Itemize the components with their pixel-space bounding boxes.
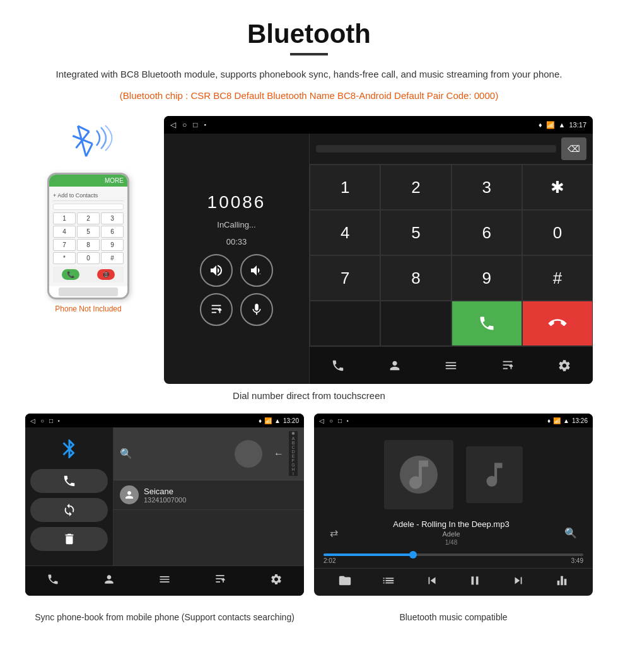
music-list-btn[interactable] — [382, 574, 395, 591]
call-end-btn[interactable] — [522, 301, 593, 346]
phone-key-8: 8 — [77, 239, 100, 251]
phonebook-caption-text: Sync phone-book from mobile phone (Suppo… — [25, 611, 304, 624]
alpha-c: C — [291, 445, 294, 449]
music-recents-icon: □ — [338, 417, 342, 424]
bottom-row: ◁ ○ □ ▪ ♦ 📶 ▲ 13:20 — [25, 414, 593, 596]
nav-calls-btn[interactable] — [326, 356, 350, 375]
phone-mockup: MORE + Add to Contacts 1 2 3 4 5 6 7 — [47, 173, 129, 299]
dial-timer: 00:33 — [226, 237, 247, 246]
dial-nav-bottom — [310, 346, 593, 384]
phone-key-4: 4 — [53, 226, 76, 238]
vol-down-btn[interactable]: - — [240, 254, 273, 287]
key-1[interactable]: 1 — [310, 165, 380, 210]
pb-nav-contacts[interactable] — [96, 571, 122, 591]
mic-btn[interactable] — [240, 293, 273, 326]
pb-time: 13:20 — [283, 417, 299, 424]
music-progress-area: 2:02 3:49 — [314, 550, 593, 568]
key-6[interactable]: 6 — [452, 210, 522, 255]
svg-text:+: + — [219, 270, 222, 276]
music-folder-btn[interactable] — [338, 574, 352, 591]
music-signal-icon: 📶 — [553, 417, 561, 424]
phone-key-star: * — [53, 252, 76, 264]
nav-transfer-btn[interactable] — [496, 356, 520, 375]
pb-nav-icons: ◁ ○ □ ▪ — [30, 417, 60, 424]
backspace-btn[interactable]: ⌫ — [561, 137, 586, 160]
phone-key-2: 2 — [77, 212, 100, 224]
key-9[interactable]: 9 — [452, 255, 522, 301]
music-play-pause-btn[interactable] — [468, 574, 482, 591]
phone-key-6: 6 — [101, 226, 124, 238]
phone-not-included-label: Phone Not Included — [55, 304, 121, 313]
key-5[interactable]: 5 — [380, 210, 451, 255]
pb-search-bar: 🔍 ← ✱ A B C D E F — [114, 427, 304, 480]
phone-left-panel: MORE + Add to Contacts 1 2 3 4 5 6 7 — [25, 116, 151, 313]
search-music-icon[interactable]: 🔍 — [564, 527, 577, 539]
pb-notif-icon: ▪ — [58, 418, 60, 424]
pb-recents-icon: □ — [49, 417, 53, 424]
music-eq-btn[interactable] — [555, 574, 569, 591]
wifi-icon: ▲ — [559, 121, 566, 129]
key-8[interactable]: 8 — [380, 255, 451, 301]
pb-nav-calls[interactable] — [40, 571, 66, 591]
nav-contacts-btn[interactable] — [383, 356, 407, 375]
bottom-captions: Sync phone-book from mobile phone (Suppo… — [25, 606, 593, 624]
music-time: 13:26 — [572, 417, 588, 424]
pb-contact-number: 13241007000 — [144, 496, 186, 504]
music-artist: Adele — [393, 530, 509, 538]
music-wifi-icon: ▲ — [563, 417, 569, 424]
pb-sidebar — [25, 427, 114, 565]
subtitle-text: Integrated with BC8 Bluetooth module, su… — [25, 67, 593, 82]
pb-phone-btn[interactable] — [30, 469, 108, 493]
key-0[interactable]: 0 — [522, 210, 593, 255]
pb-bluetooth-icon — [30, 434, 108, 464]
pb-contact-info: Seicane 13241007000 — [144, 487, 186, 504]
call-answer-btn[interactable] — [452, 301, 522, 346]
pb-delete-btn[interactable] — [30, 527, 108, 551]
pb-sync-btn[interactable] — [30, 498, 108, 522]
nav-settings-btn[interactable] — [552, 356, 576, 375]
pb-nav-dialpad[interactable] — [152, 571, 177, 591]
phone-key-1: 1 — [53, 212, 76, 224]
dial-content: 10086 InCalling... 00:33 + — [164, 134, 593, 384]
music-prev-btn[interactable] — [425, 574, 439, 591]
music-note-icon-2 — [479, 459, 510, 490]
alpha-b: B — [292, 441, 295, 445]
album-art-bg — [384, 440, 453, 509]
recents-nav-icon: □ — [193, 120, 197, 129]
shuffle-icon[interactable]: ⇄ — [330, 527, 338, 539]
key-placeholder-2 — [380, 301, 451, 346]
android-dial-screen: ◁ ○ □ ▪ ♦ 📶 ▲ 13:17 10086 InCalling... — [164, 116, 593, 384]
pb-nav-bar — [25, 565, 304, 596]
phone-key-3: 3 — [101, 212, 124, 224]
pb-signal-icon: 📶 — [264, 417, 272, 424]
key-2[interactable]: 2 — [380, 165, 451, 210]
pb-nav-settings[interactable] — [264, 571, 289, 591]
home-nav-icon: ○ — [182, 120, 187, 129]
pb-contact-name: Seicane — [144, 487, 186, 496]
album-art-bg-2 — [466, 446, 523, 503]
alpha-i: I — [293, 472, 294, 476]
nav-dialpad-btn[interactable] — [439, 356, 463, 375]
alpha-e: E — [292, 454, 295, 458]
music-progress-bar[interactable] — [324, 553, 583, 556]
key-3[interactable]: 3 — [452, 165, 522, 210]
pb-contact-item[interactable]: Seicane 13241007000 — [114, 480, 304, 510]
music-next-btn[interactable] — [511, 574, 525, 591]
music-status-right: ♦ 📶 ▲ 13:26 — [547, 417, 588, 424]
transfer-btn[interactable] — [200, 293, 233, 326]
dial-caption: Dial number direct from touchscreen — [25, 390, 593, 401]
phonebook-screenshot: ◁ ○ □ ▪ ♦ 📶 ▲ 13:20 — [25, 414, 304, 596]
pb-back-arrow: ← — [274, 448, 284, 460]
pb-nav-transfer[interactable] — [207, 571, 233, 591]
music-status-bar: ◁ ○ □ ▪ ♦ 📶 ▲ 13:26 — [314, 414, 593, 427]
key-4[interactable]: 4 — [310, 210, 380, 255]
secondary-album-art — [466, 446, 523, 503]
keypad-grid: 1 2 3 ✱ 4 5 6 0 7 8 9 # — [310, 165, 593, 346]
key-7[interactable]: 7 — [310, 255, 380, 301]
bluetooth-icon-area — [57, 116, 120, 166]
key-star[interactable]: ✱ — [522, 165, 593, 210]
key-hash[interactable]: # — [522, 255, 593, 301]
vol-up-btn[interactable]: + — [200, 254, 233, 287]
music-caption: Bluetooth music compatible — [314, 606, 593, 624]
music-progress-dot — [409, 551, 417, 559]
